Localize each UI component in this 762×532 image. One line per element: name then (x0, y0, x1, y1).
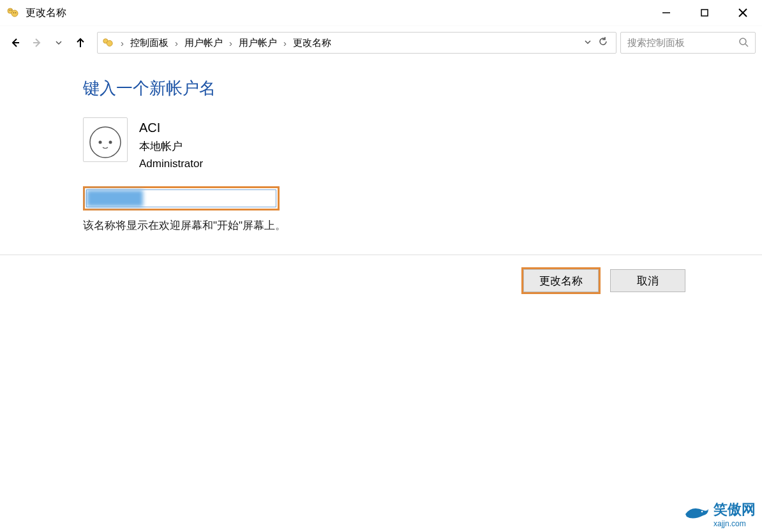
new-name-input[interactable] (86, 189, 276, 207)
svg-point-20 (701, 511, 703, 513)
input-hint: 该名称将显示在欢迎屏幕和"开始"屏幕上。 (83, 218, 736, 233)
cancel-button[interactable]: 取消 (610, 269, 685, 292)
account-name: ACI (139, 117, 203, 138)
close-button[interactable] (724, 0, 762, 26)
chevron-right-icon: › (281, 38, 289, 48)
chevron-down-icon[interactable] (584, 37, 592, 48)
search-input[interactable]: 搜索控制面板 (620, 32, 756, 54)
back-button[interactable] (6, 34, 24, 52)
search-icon (738, 37, 749, 49)
watermark-url: xajjn.com (713, 519, 756, 528)
breadcrumb-item[interactable]: 用户帐户 (184, 37, 223, 49)
watermark: 笑傲网 xajjn.com (684, 500, 756, 528)
svg-point-3 (11, 10, 11, 10)
recent-dropdown[interactable] (50, 34, 68, 52)
svg-point-2 (9, 10, 10, 10)
rename-button[interactable]: 更改名称 (523, 269, 599, 292)
svg-point-5 (15, 12, 17, 13)
shark-icon (684, 503, 710, 526)
forward-button[interactable] (28, 34, 46, 52)
highlight-box (83, 186, 280, 211)
action-bar: 更改名称 取消 (0, 255, 762, 292)
svg-point-19 (109, 141, 112, 144)
address-bar[interactable]: › 控制面板 › 用户帐户 › 用户帐户 › 更改名称 (97, 32, 616, 54)
window-title: 更改名称 (26, 6, 66, 20)
svg-point-14 (107, 40, 112, 46)
refresh-icon[interactable] (598, 36, 608, 49)
svg-line-16 (745, 44, 748, 47)
chevron-right-icon: › (118, 38, 126, 48)
minimize-button[interactable] (647, 0, 685, 26)
title-bar: 更改名称 (0, 0, 762, 26)
chevron-right-icon: › (172, 38, 181, 48)
svg-rect-7 (701, 10, 708, 16)
control-panel-icon (101, 37, 114, 48)
breadcrumb-item[interactable]: 用户帐户 (239, 37, 277, 49)
search-placeholder: 搜索控制面板 (627, 37, 738, 49)
maximize-button[interactable] (685, 0, 724, 26)
svg-point-15 (740, 38, 746, 45)
breadcrumb: › 控制面板 › 用户帐户 › 用户帐户 › 更改名称 (118, 37, 331, 49)
account-role: Administrator (139, 155, 203, 172)
svg-point-18 (99, 141, 102, 144)
account-summary: ACI 本地帐户 Administrator (83, 117, 736, 172)
user-accounts-icon (6, 6, 19, 19)
avatar (83, 117, 128, 162)
svg-point-1 (11, 10, 18, 17)
nav-bar: › 控制面板 › 用户帐户 › 用户帐户 › 更改名称 搜索控制面板 (0, 26, 762, 59)
window-controls (647, 0, 762, 26)
up-button[interactable] (71, 34, 89, 52)
chevron-right-icon: › (227, 38, 235, 48)
main-content: 键入一个新帐户名 ACI 本地帐户 Administrator 该名称将显示在欢… (0, 59, 762, 239)
svg-point-17 (90, 127, 121, 158)
svg-point-4 (13, 12, 15, 13)
page-heading: 键入一个新帐户名 (83, 77, 736, 100)
breadcrumb-item[interactable]: 更改名称 (293, 37, 331, 49)
text-selection (87, 190, 143, 207)
watermark-name: 笑傲网 (713, 501, 756, 517)
breadcrumb-item[interactable]: 控制面板 (130, 37, 168, 49)
account-type: 本地帐户 (139, 138, 203, 155)
